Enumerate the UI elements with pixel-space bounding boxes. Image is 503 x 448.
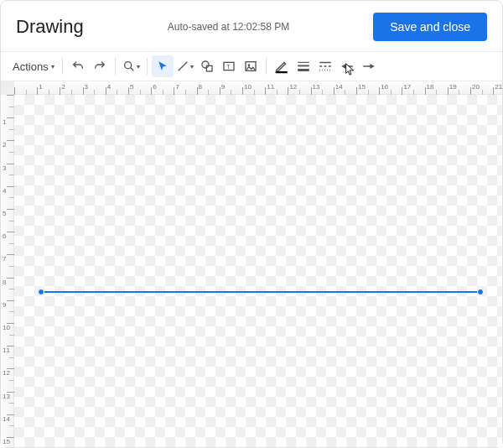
line-start-handle[interactable]: [38, 289, 44, 295]
zoom-button[interactable]: ▾: [120, 55, 143, 77]
svg-line-1: [131, 68, 133, 70]
vertical-ruler: 123456789101112131415: [1, 95, 14, 447]
svg-rect-10: [298, 62, 309, 63]
image-tool-button[interactable]: [240, 55, 262, 77]
svg-rect-12: [298, 69, 309, 71]
line-end-handle[interactable]: [477, 289, 484, 295]
image-icon: [244, 60, 257, 73]
svg-marker-17: [341, 64, 345, 69]
textbox-tool-button[interactable]: T: [218, 55, 240, 77]
toolbar: Actions ▾ ▾ ▾ T: [1, 51, 502, 81]
svg-point-8: [247, 64, 250, 66]
svg-text:T: T: [226, 64, 230, 70]
cursor-icon: [157, 60, 169, 72]
actions-label: Actions: [13, 60, 49, 73]
line-weight-icon: [296, 59, 311, 74]
caret-down-icon: ▾: [51, 63, 54, 70]
toolbar-separator: [115, 58, 116, 75]
ruler-corner: [1, 81, 14, 95]
shape-tool-button[interactable]: [196, 55, 218, 77]
shape-icon: [200, 60, 214, 73]
line-color-button[interactable]: [271, 55, 293, 77]
undo-button[interactable]: [67, 55, 89, 77]
toolbar-separator: [62, 58, 63, 75]
drawing-dialog: Drawing Auto-saved at 12:02:58 PM Save a…: [0, 0, 503, 448]
actions-menu-button[interactable]: Actions ▾: [9, 55, 58, 77]
select-tool-button[interactable]: [152, 55, 174, 77]
toolbar-separator: [266, 58, 267, 75]
save-and-close-button[interactable]: Save and close: [373, 13, 487, 41]
redo-icon: [93, 60, 106, 73]
svg-line-2: [178, 62, 187, 71]
toolbar-separator: [147, 58, 148, 75]
dialog-title: Drawing: [16, 16, 84, 38]
drawing-canvas[interactable]: [14, 95, 502, 447]
line-dash-icon: [318, 59, 333, 74]
undo-icon: [71, 60, 85, 73]
selected-line-shape[interactable]: [14, 95, 502, 447]
autosave-status: Auto-saved at 12:02:58 PM: [168, 21, 289, 33]
dialog-header: Drawing Auto-saved at 12:02:58 PM Save a…: [1, 1, 502, 51]
line-dash-button[interactable]: [314, 55, 336, 77]
pen-icon: [274, 59, 289, 74]
svg-marker-19: [370, 64, 374, 69]
canvas-viewport: [14, 95, 502, 447]
arrow-end-icon: [361, 59, 376, 74]
zoom-icon: [122, 60, 136, 73]
arrow-start-icon: [340, 59, 355, 74]
line-end-button[interactable]: [358, 55, 380, 77]
line-weight-button[interactable]: [293, 55, 314, 77]
caret-down-icon: ▾: [190, 63, 194, 70]
line-icon: [176, 60, 189, 73]
line-tool-button[interactable]: ▾: [174, 55, 196, 77]
svg-point-0: [124, 62, 131, 69]
svg-rect-9: [276, 71, 288, 73]
horizontal-ruler: 123456789101112131415161718192021: [1, 81, 502, 95]
svg-rect-4: [206, 65, 212, 71]
caret-down-icon: ▾: [137, 63, 140, 70]
line-start-button[interactable]: [336, 55, 358, 77]
redo-button[interactable]: [89, 55, 111, 77]
textbox-icon: T: [222, 60, 236, 73]
svg-point-3: [202, 61, 209, 68]
editor-body: 123456789101112131415: [1, 95, 502, 447]
svg-rect-11: [298, 65, 309, 67]
